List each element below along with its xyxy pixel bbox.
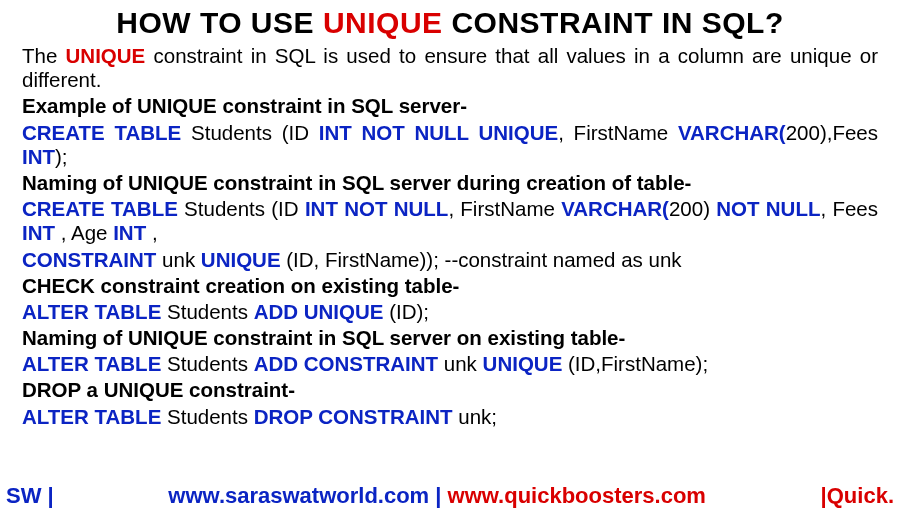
- kw-drop-constraint: DROP CONSTRAINT: [254, 405, 453, 428]
- code-example-3: ALTER TABLE Students ADD UNIQUE (ID);: [22, 300, 878, 324]
- heading-example-2: Naming of UNIQUE constraint in SQL serve…: [22, 171, 878, 195]
- code-text: Students: [161, 352, 253, 375]
- code-text: 200),Fees: [786, 121, 878, 144]
- title-post: CONSTRAINT IN SQL?: [443, 6, 784, 39]
- footer-sep: |: [429, 483, 447, 508]
- code-example-2b: CONSTRAINT unk UNIQUE (ID, FirstName)); …: [22, 248, 878, 272]
- code-text: unk: [156, 248, 200, 271]
- code-text: unk;: [453, 405, 497, 428]
- kw-add-unique: ADD UNIQUE: [254, 300, 384, 323]
- code-text: (ID,FirstName);: [562, 352, 708, 375]
- kw-unique: UNIQUE: [201, 248, 281, 271]
- kw-not-null: NOT NULL: [716, 197, 820, 220]
- code-text: 200): [669, 197, 716, 220]
- kw-int-not-null: INT NOT NULL: [305, 197, 448, 220]
- slide: HOW TO USE UNIQUE CONSTRAINT IN SQL? The…: [0, 0, 900, 515]
- code-text: ,: [146, 221, 157, 244]
- kw-constraint: CONSTRAINT: [22, 248, 156, 271]
- intro-text-2: constraint in SQL is used to ensure that…: [22, 44, 878, 91]
- title-mid: UNIQUE: [323, 6, 443, 39]
- code-text: Students (ID: [178, 197, 305, 220]
- kw-alter-table: ALTER TABLE: [22, 405, 161, 428]
- kw-varchar: VARCHAR(: [561, 197, 669, 220]
- kw-int-not-null-unique: INT NOT NULL UNIQUE: [319, 121, 558, 144]
- heading-example-5: DROP a UNIQUE constraint-: [22, 378, 878, 402]
- code-text: , FirstName: [558, 121, 678, 144]
- kw-alter-table: ALTER TABLE: [22, 300, 161, 323]
- kw-create-table: CREATE TABLE: [22, 121, 181, 144]
- kw-int: INT: [113, 221, 146, 244]
- page-title: HOW TO USE UNIQUE CONSTRAINT IN SQL?: [22, 6, 878, 40]
- footer-link-2: www.quickboosters.com: [448, 483, 706, 508]
- code-text: Students: [161, 405, 253, 428]
- intro-keyword: UNIQUE: [66, 44, 146, 67]
- code-text: Students (ID: [181, 121, 318, 144]
- footer-link-1: www.saraswatworld.com: [168, 483, 429, 508]
- intro-text: The: [22, 44, 66, 67]
- footer-right: |Quick.: [821, 483, 894, 509]
- code-text: (ID);: [383, 300, 429, 323]
- title-pre: HOW TO USE: [116, 6, 323, 39]
- footer-center: www.saraswatworld.com | www.quickbooster…: [54, 483, 821, 509]
- code-text: unk: [438, 352, 482, 375]
- code-text: , Fees: [820, 197, 878, 220]
- heading-example-3: CHECK constraint creation on existing ta…: [22, 274, 878, 298]
- code-text: , FirstName: [448, 197, 561, 220]
- heading-example-1: Example of UNIQUE constraint in SQL serv…: [22, 94, 878, 118]
- code-text: (ID, FirstName)); --constraint named as …: [281, 248, 682, 271]
- code-text: );: [55, 145, 68, 168]
- kw-unique: UNIQUE: [483, 352, 563, 375]
- code-example-2a: CREATE TABLE Students (ID INT NOT NULL, …: [22, 197, 878, 245]
- kw-alter-table: ALTER TABLE: [22, 352, 161, 375]
- footer: SW | www.saraswatworld.com | www.quickbo…: [0, 483, 900, 509]
- kw-add-constraint: ADD CONSTRAINT: [254, 352, 439, 375]
- kw-varchar: VARCHAR(: [678, 121, 786, 144]
- footer-left: SW |: [6, 483, 54, 509]
- kw-create-table: CREATE TABLE: [22, 197, 178, 220]
- intro-line: The UNIQUE constraint in SQL is used to …: [22, 44, 878, 92]
- code-text: Students: [161, 300, 253, 323]
- kw-int: INT: [22, 145, 55, 168]
- code-example-5: ALTER TABLE Students DROP CONSTRAINT unk…: [22, 405, 878, 429]
- heading-example-4: Naming of UNIQUE constraint in SQL serve…: [22, 326, 878, 350]
- code-example-1: CREATE TABLE Students (ID INT NOT NULL U…: [22, 121, 878, 169]
- kw-int: INT: [22, 221, 55, 244]
- code-example-4: ALTER TABLE Students ADD CONSTRAINT unk …: [22, 352, 878, 376]
- code-text: , Age: [55, 221, 113, 244]
